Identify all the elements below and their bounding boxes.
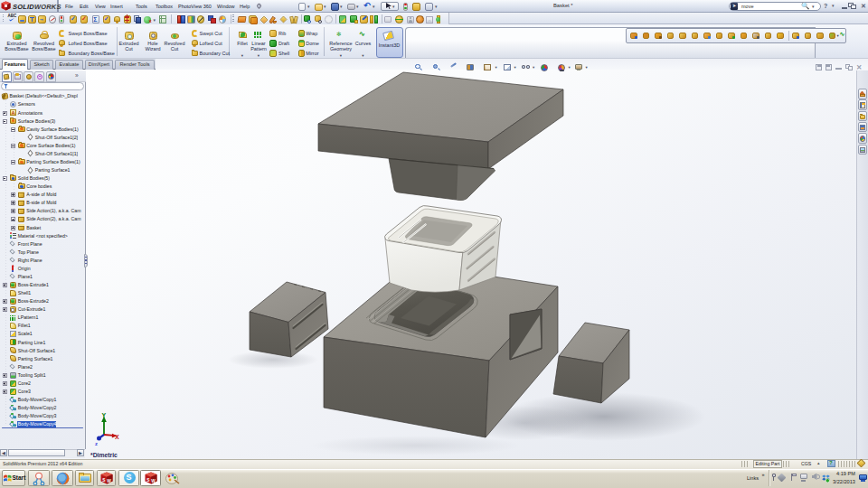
svg-text:z: z <box>95 441 98 446</box>
svg-text:W: W <box>151 479 156 483</box>
svg-text:X: X <box>115 434 119 440</box>
svg-text:W: W <box>107 479 111 483</box>
svg-text:Y: Y <box>102 412 107 418</box>
